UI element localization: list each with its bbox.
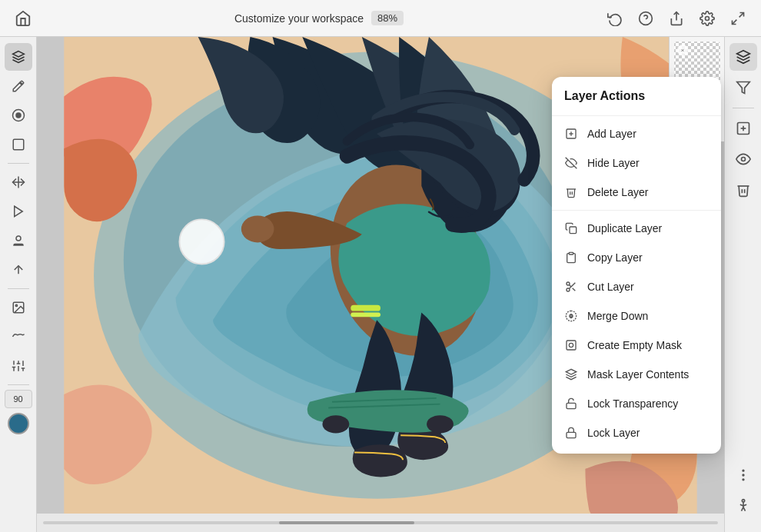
tool-image[interactable] (5, 294, 32, 321)
menu-item-delete-layer[interactable]: Delete Layer (552, 178, 721, 207)
scroll-track[interactable] (43, 521, 718, 524)
tool-fill[interactable] (5, 101, 32, 129)
scroll-thumb[interactable] (279, 521, 414, 524)
lock-transparency-icon (564, 397, 578, 411)
tool-wave[interactable] (5, 323, 32, 351)
svg-point-65 (569, 343, 573, 347)
tool-adjust[interactable] (5, 352, 32, 380)
menu-item-cut-layer[interactable]: Cut Layer (552, 272, 721, 301)
svg-line-5 (733, 19, 737, 24)
topbar: Customize your workspace 88% (0, 0, 761, 37)
svg-point-43 (741, 158, 745, 161)
settings-button[interactable] (693, 5, 721, 32)
menu-item-mask-layer-contents[interactable]: Mask Layer Contents (552, 360, 721, 389)
color-swatch[interactable] (8, 413, 29, 434)
right-divider (733, 108, 754, 108)
svg-rect-55 (570, 227, 577, 234)
svg-line-61 (569, 284, 571, 287)
more-button[interactable] (729, 461, 757, 489)
fullscreen-button[interactable] (724, 5, 752, 32)
svg-marker-38 (736, 51, 749, 57)
svg-point-13 (15, 304, 17, 306)
layer-close-1[interactable]: × (677, 45, 688, 55)
tool-move[interactable] (5, 168, 32, 196)
svg-point-46 (743, 479, 744, 480)
svg-rect-56 (569, 252, 573, 254)
menu-divider-middle (552, 210, 721, 211)
size-indicator[interactable]: 90 (5, 390, 32, 408)
mask-layer-contents-label: Mask Layer Contents (587, 368, 689, 381)
topbar-right (601, 5, 752, 32)
svg-point-33 (427, 415, 454, 433)
lock-layer-icon (564, 426, 578, 440)
merge-down-icon (564, 309, 578, 323)
add-layer-icon (564, 127, 578, 141)
svg-marker-39 (736, 82, 749, 94)
menu-item-duplicate-layer[interactable]: Duplicate Layer (552, 214, 721, 243)
delete-layer-label: Delete Layer (587, 186, 648, 198)
svg-point-3 (706, 16, 709, 20)
svg-point-27 (241, 216, 274, 243)
svg-rect-64 (567, 341, 576, 350)
duplicate-layer-label: Duplicate Layer (587, 222, 662, 234)
svg-line-60 (573, 288, 576, 291)
tool-select[interactable] (5, 43, 32, 71)
copy-layer-label: Copy Layer (587, 251, 643, 264)
svg-line-50 (743, 507, 746, 511)
lock-layer-label: Lock Layer (587, 427, 640, 439)
size-value: 90 (13, 394, 22, 404)
cut-layer-label: Cut Layer (587, 281, 634, 293)
create-mask-icon (564, 338, 578, 352)
menu-item-create-empty-mask[interactable]: Create Empty Mask (552, 331, 721, 360)
svg-point-45 (743, 474, 744, 476)
merge-down-label: Merge Down (587, 310, 648, 322)
svg-rect-30 (351, 305, 380, 311)
menu-title: Layer Actions (552, 83, 721, 112)
hide-layer-icon (564, 156, 578, 170)
undo-button[interactable] (601, 5, 629, 32)
svg-point-7 (16, 113, 21, 118)
topbar-center: Customize your workspace 88% (234, 11, 404, 25)
tool-erase[interactable] (5, 131, 32, 158)
toolbar-divider-3 (8, 384, 29, 385)
context-menu: Layer Actions Add Layer Hide Layer (552, 77, 721, 454)
svg-point-47 (742, 500, 744, 502)
zoom-badge[interactable]: 88% (371, 11, 404, 25)
filter-button[interactable] (729, 74, 757, 101)
svg-point-11 (16, 236, 21, 241)
tool-paint[interactable] (5, 72, 32, 100)
home-button[interactable] (9, 5, 37, 32)
puppet-button[interactable] (729, 492, 757, 520)
lock-transparency-label: Lock Transparency (587, 397, 678, 410)
cut-layer-icon (564, 280, 578, 294)
menu-item-merge-down[interactable]: Merge Down (552, 301, 721, 331)
tool-transform[interactable] (5, 198, 32, 225)
right-panel (724, 37, 761, 532)
svg-point-44 (743, 470, 744, 471)
svg-rect-8 (13, 139, 24, 150)
menu-item-lock-transparency[interactable]: Lock Transparency (552, 389, 721, 418)
svg-rect-66 (567, 403, 576, 408)
svg-point-32 (322, 415, 349, 433)
add-layer-button[interactable] (729, 115, 757, 142)
tool-smudge[interactable] (5, 256, 32, 284)
menu-item-hide-layer[interactable]: Hide Layer (552, 148, 721, 178)
topbar-left (9, 5, 37, 32)
menu-item-lock-layer[interactable]: Lock Layer (552, 418, 721, 447)
add-layer-label: Add Layer (587, 128, 636, 140)
layers-button[interactable] (729, 43, 757, 71)
menu-item-copy-layer[interactable]: Copy Layer (552, 243, 721, 272)
svg-point-58 (567, 288, 570, 291)
share-button[interactable] (663, 5, 690, 32)
visibility-button[interactable] (729, 145, 757, 173)
delete-layer-icon (564, 185, 578, 199)
menu-item-add-layer[interactable]: Add Layer (552, 119, 721, 148)
menu-divider-top (552, 115, 721, 116)
tool-stamp[interactable] (5, 227, 32, 254)
duplicate-layer-icon (564, 221, 578, 235)
svg-point-57 (567, 282, 570, 285)
bottom-scrollbar (37, 514, 724, 532)
help-button[interactable] (632, 5, 660, 32)
delete-button[interactable] (729, 176, 757, 204)
svg-rect-67 (567, 432, 576, 437)
